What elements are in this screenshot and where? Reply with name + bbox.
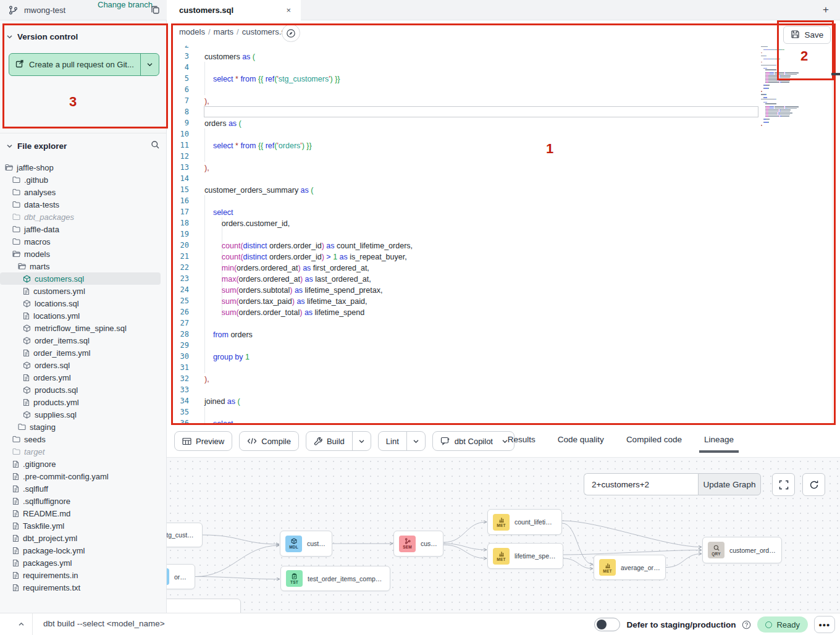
code-line-29[interactable]: 29: [167, 340, 204, 351]
lineage-selector-input[interactable]: 2+customers+2: [584, 473, 698, 495]
file-tree-item-products-yml[interactable]: products.yml: [0, 396, 167, 408]
code-line-3[interactable]: 3customers as (: [167, 51, 255, 62]
file-tree-item--gitignore[interactable]: .gitignore: [0, 458, 167, 470]
search-icon[interactable]: [151, 140, 160, 151]
code-line-2[interactable]: 2: [167, 46, 204, 51]
help-icon[interactable]: [742, 620, 751, 629]
file-tree-item-staging[interactable]: staging: [0, 421, 167, 433]
file-tree-item-jaffle-shop[interactable]: jaffle-shop: [0, 161, 167, 174]
tab-code-quality[interactable]: Code quality: [556, 426, 605, 453]
code-line-18[interactable]: 18 orders.customer_id,: [167, 217, 290, 229]
code-line-24[interactable]: 24 sum(orders.subtotal) as lifetime_spen…: [167, 284, 382, 295]
file-tree-item-supplies-sql[interactable]: supplies.sql: [0, 408, 167, 421]
code-line-10[interactable]: 10: [167, 128, 204, 140]
code-line-33[interactable]: 33: [167, 384, 204, 395]
file-tree-item-dbt-packages[interactable]: dbt_packages: [0, 211, 167, 223]
preview-button[interactable]: Preview: [174, 431, 232, 451]
file-tree-item-requirements-txt[interactable]: requirements.txt: [0, 581, 167, 594]
code-line-15[interactable]: 15customer_orders_summary as (: [167, 184, 313, 195]
file-tree-item--sqlfluff[interactable]: .sqlfluff: [0, 482, 167, 495]
defer-toggle[interactable]: [594, 618, 620, 631]
lineage-node-lifetime-spend-pretax[interactable]: METlifetime_spend_pretax: [487, 543, 563, 569]
dbt-copilot-button[interactable]: dbt Copilot: [432, 431, 514, 451]
code-line-6[interactable]: 6: [167, 84, 204, 95]
code-line-31[interactable]: 31: [167, 362, 204, 373]
build-button[interactable]: Build: [306, 431, 371, 451]
file-tree-item-target[interactable]: target: [0, 445, 167, 458]
lineage-node-count-lifetime-orders[interactable]: METcount_lifetime_orders: [487, 509, 562, 535]
create-pull-request-button[interactable]: Create a pull request on Git...: [9, 53, 159, 76]
file-tree-item-taskfile-yml[interactable]: Taskfile.yml: [0, 519, 167, 532]
code-line-34[interactable]: 34joined as (: [167, 395, 240, 406]
code-line-35[interactable]: 35: [167, 406, 204, 418]
file-tree-item-models[interactable]: models: [0, 248, 167, 260]
pr-button-caret[interactable]: [141, 54, 159, 75]
scroll-indicator[interactable]: [831, 73, 840, 75]
file-tree-item-seeds[interactable]: seeds: [0, 433, 167, 445]
code-line-36[interactable]: 36 select: [167, 418, 233, 425]
breadcrumb-models[interactable]: models: [179, 27, 205, 36]
code-line-22[interactable]: 22 min(orders.ordered_at) as first_order…: [167, 262, 369, 273]
lineage-node-orders[interactable]: MDLorders: [167, 564, 195, 589]
code-line-9[interactable]: 9orders as (: [167, 117, 242, 128]
compass-icon[interactable]: [282, 24, 300, 42]
lineage-node-average-order-value[interactable]: METaverage_order_value: [594, 555, 666, 580]
file-tree-item-analyses[interactable]: analyses: [0, 186, 167, 198]
command-input[interactable]: dbt build --select <model_name>: [43, 619, 165, 628]
chevron-up-icon[interactable]: [17, 620, 25, 631]
file-tree-item-locations-yml[interactable]: locations.yml: [0, 309, 167, 322]
file-tree-item--github[interactable]: .github: [0, 174, 167, 186]
update-graph-button[interactable]: Update Graph: [698, 473, 761, 495]
compile-button[interactable]: Compile: [239, 431, 299, 451]
file-tree-item-data-tests[interactable]: data-tests: [0, 198, 167, 211]
code-line-28[interactable]: 28 from orders: [167, 329, 253, 340]
more-options-button[interactable]: •••: [814, 616, 835, 633]
file-tree-item-products-sql[interactable]: products.sql: [0, 384, 167, 396]
code-line-30[interactable]: 30 group by 1: [167, 351, 250, 362]
version-control-header[interactable]: Version control: [0, 27, 166, 46]
lineage-node-customers-model[interactable]: MDLcustomers: [280, 531, 332, 557]
file-tree-item-locations-sql[interactable]: locations.sql: [0, 297, 167, 309]
file-tree-item-order-items-yml[interactable]: order_items.yml: [0, 347, 167, 359]
file-tree-item-macros[interactable]: macros: [0, 235, 167, 248]
status-badge-ready[interactable]: Ready: [757, 616, 808, 633]
file-explorer-header[interactable]: File explorer: [0, 137, 166, 155]
tab-close-icon[interactable]: ×: [284, 4, 293, 16]
file-tree-item-metricflow-time-spine-sql[interactable]: metricflow_time_spine.sql: [0, 322, 167, 334]
lineage-node-stg-customers[interactable]: MDLstg_customers: [167, 523, 203, 547]
fullscreen-button[interactable]: [772, 473, 795, 496]
code-line-13[interactable]: 13),: [167, 162, 209, 173]
file-tree-item-customers-sql[interactable]: customers.sql: [0, 272, 161, 285]
file-tree-item-requirements-in[interactable]: requirements.in: [0, 569, 167, 581]
tab-compiled-code[interactable]: Compiled code: [625, 426, 683, 453]
file-tree-item-orders-sql[interactable]: orders.sql: [0, 359, 167, 371]
code-line-8[interactable]: 8: [167, 106, 204, 117]
file-tree-item--pre-commit-config-yaml[interactable]: .pre-commit-config.yaml: [0, 470, 167, 482]
lineage-node-customer-order-metrics[interactable]: QRYcustomer_order_metrics: [702, 537, 782, 563]
code-line-27[interactable]: 27: [167, 318, 204, 329]
copy-branch-icon[interactable]: [150, 4, 161, 17]
code-line-23[interactable]: 23 max(orders.ordered_at) as last_ordere…: [167, 273, 371, 284]
code-area[interactable]: 23customers as (45 select * from {{ ref(…: [167, 46, 834, 425]
file-tree-item-order-items-sql[interactable]: order_items.sql: [0, 334, 167, 347]
chevron-down-icon[interactable]: [352, 432, 371, 450]
file-tree-item-dbt-project-yml[interactable]: dbt_project.yml: [0, 532, 167, 544]
code-line-17[interactable]: 17 select: [167, 206, 233, 217]
tab-lineage[interactable]: Lineage: [703, 426, 735, 453]
refresh-button[interactable]: [802, 473, 825, 496]
lineage-node-partial-node[interactable]: [167, 599, 241, 613]
code-line-20[interactable]: 20 count(distinct orders.order_id) as co…: [167, 240, 413, 251]
code-line-11[interactable]: 11 select * from {{ ref('orders') }}: [167, 140, 312, 151]
code-line-12[interactable]: 12: [167, 151, 204, 162]
chevron-down-icon[interactable]: [406, 432, 425, 450]
file-tree-item--sqlfluffignore[interactable]: .sqlfluffignore: [0, 495, 167, 507]
code-line-21[interactable]: 21 count(distinct orders.order_id) > 1 a…: [167, 251, 407, 262]
save-button[interactable]: Save: [783, 26, 831, 44]
new-tab-button[interactable]: +: [819, 3, 833, 17]
file-tree-item-marts[interactable]: marts: [0, 260, 167, 272]
file-tree-item-customers-yml[interactable]: customers.yml: [0, 285, 167, 297]
file-tree-item-jaffle-data[interactable]: jaffle-data: [0, 223, 167, 235]
file-tree-item-readme-md[interactable]: README.md: [0, 507, 167, 519]
tab-results[interactable]: Results: [506, 426, 537, 453]
code-line-26[interactable]: 26 sum(orders.order_total) as lifetime_s…: [167, 306, 364, 318]
